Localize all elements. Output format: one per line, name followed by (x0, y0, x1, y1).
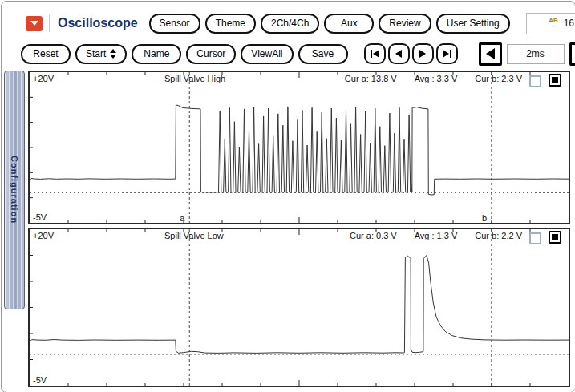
y-min-label: -5V (33, 212, 47, 222)
channel-mode-button[interactable]: 2Ch/4Ch (261, 14, 319, 34)
panel-title: Spill Valve High (164, 74, 225, 83)
step-forward-icon (419, 50, 426, 58)
chevron-down-icon (30, 21, 38, 26)
step-forward-button[interactable] (412, 43, 434, 64)
timebase-selector: 2ms (479, 42, 575, 66)
checkbox-fill-icon (552, 234, 558, 240)
configuration-tab-label: Configuration (10, 156, 19, 224)
user-setting-button[interactable]: User Setting (436, 14, 510, 34)
timebase-value: 2ms (507, 44, 565, 64)
scope-panel-spill-valve-low: +20V Spill Valve Low Cur a: 0.3 V Avg : … (28, 228, 570, 387)
viewall-button[interactable]: ViewAll (241, 44, 293, 64)
measurement-readouts: Cur a: 13.8 V Avg : 3.3 V Cur b: 2.3 V (345, 74, 522, 83)
measurement-readouts: Cur a: 0.3 V Avg : 1.3 V Cur b: 2.2 V (350, 231, 522, 240)
sensor-button[interactable]: Sensor (149, 14, 200, 34)
timebase-increase-button[interactable] (569, 42, 575, 66)
aux-button[interactable]: Aux (324, 14, 374, 34)
y-max-label: +20V (33, 231, 54, 240)
step-back-button[interactable] (388, 43, 410, 64)
cursor-a-readout: Cur a: 13.8 V (345, 74, 397, 83)
channel-checkbox-selected[interactable] (549, 74, 561, 87)
cursor-a-label: a (180, 213, 184, 223)
skip-start-icon (371, 50, 372, 58)
scope-panel-spill-valve-high: +20V Spill Valve High Cur a: 13.8 V Avg … (28, 71, 570, 224)
channel-checkbox-empty[interactable] (529, 232, 541, 244)
checkbox-fill-icon (552, 77, 558, 83)
start-button[interactable]: Start (75, 44, 127, 64)
app-title: Oscilloscope (58, 16, 138, 30)
step-back-icon (395, 50, 402, 58)
skip-to-start-button[interactable] (364, 43, 386, 64)
waveform-plot-high[interactable] (30, 72, 569, 223)
timebase-decrease-button[interactable] (479, 42, 502, 66)
stepper-icon (110, 49, 116, 59)
toolbar-second: Reset Start Name Cursor ViewAll Save 2ms (21, 42, 570, 65)
save-button[interactable]: Save (298, 44, 348, 64)
cursor-a-readout: Cur a: 0.3 V (350, 231, 397, 240)
divider (49, 14, 50, 32)
cursor-b-readout: Cur b: 2.2 V (475, 231, 522, 240)
toolbar-top: Oscilloscope Sensor Theme 2Ch/4Ch Aux Re… (26, 12, 570, 34)
ab-interval-icon: AB↔ (549, 18, 558, 28)
cursor-b-label: b (482, 213, 487, 223)
theme-button[interactable]: Theme (205, 14, 256, 34)
channel-checkbox-empty[interactable] (529, 75, 541, 87)
review-button[interactable]: Review (379, 14, 431, 34)
waveform-plot-low[interactable] (30, 229, 569, 386)
cursor-b-readout: Cur b: 2.3 V (475, 74, 522, 83)
cursor-button[interactable]: Cursor (186, 44, 236, 64)
name-button[interactable]: Name (132, 44, 181, 64)
skip-to-end-button[interactable] (436, 43, 458, 64)
playback-controls (364, 43, 458, 64)
configuration-tab[interactable]: Configuration (4, 71, 25, 309)
panel-title: Spill Valve Low (164, 231, 224, 240)
oscilloscope-window: Oscilloscope Sensor Theme 2Ch/4Ch Aux Re… (1, 1, 575, 392)
time-display-value: 16 ms (564, 18, 575, 29)
skip-end-icon (443, 50, 449, 58)
app-menu-button[interactable] (26, 16, 43, 31)
avg-readout: Avg : 1.3 V (415, 231, 458, 240)
y-min-label: -5V (33, 375, 47, 385)
time-display: AB↔ 16 ms (526, 13, 575, 34)
reset-button[interactable]: Reset (21, 44, 71, 64)
left-triangle-icon (486, 48, 495, 59)
y-max-label: +20V (33, 74, 54, 83)
channel-checkbox-selected[interactable] (549, 231, 561, 244)
avg-readout: Avg : 3.3 V (415, 74, 458, 83)
